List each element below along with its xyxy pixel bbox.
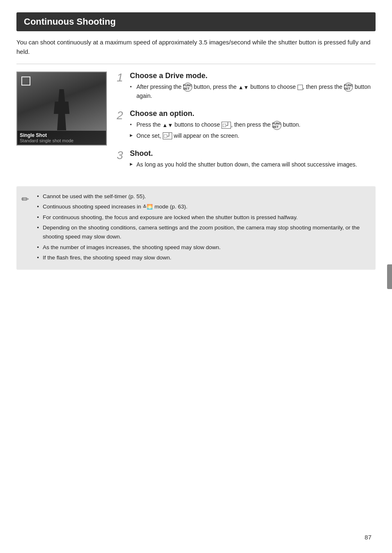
side-tab — [387, 264, 392, 289]
step-1-body: Choose a Drive mode. After pressing the … — [130, 72, 376, 102]
step-2-number: 2 — [117, 109, 127, 122]
note-item-5: As the number of images increases, the s… — [37, 243, 370, 252]
step-2-title: Choose an option. — [130, 109, 376, 118]
step-1-bullets: After pressing the FUNCSET button, press… — [130, 83, 376, 100]
cont-shooting-icon-1: □┘ — [221, 122, 231, 129]
note-box: ✏ Cannot be used with the self-timer (p.… — [16, 186, 376, 270]
func-set-icon-3: FUNCSET — [272, 121, 281, 130]
step-3-title: Shoot. — [130, 149, 376, 158]
note-item-4: Depending on the shooting conditions, ca… — [37, 223, 370, 241]
func-set-icon-1: FUNCSET — [183, 83, 192, 92]
divider — [16, 64, 376, 64]
person-silhouette — [51, 89, 73, 130]
step-3-body: Shoot. As long as you hold the shutter b… — [130, 149, 376, 171]
intro-text: You can shoot continuously at a maximum … — [16, 38, 376, 56]
sport-mode-icon: ≛🌅 — [143, 204, 153, 210]
step-1-bullet-1: After pressing the FUNCSET button, press… — [130, 83, 376, 100]
step-2-body: Choose an option. Press the ▲▼ buttons t… — [130, 109, 376, 141]
note-pencil-icon: ✏ — [21, 192, 29, 206]
step-3: 3 Shoot. As long as you hold the shutter… — [117, 149, 376, 171]
step-2-bullet-1: Press the ▲▼ buttons to choose □┘, then … — [130, 120, 376, 130]
page-title: Continuous Shooting — [16, 12, 376, 31]
step-1: 1 Choose a Drive mode. After pressing th… — [117, 72, 376, 102]
camera-label-subtitle: Standard single shot mode — [20, 138, 104, 143]
note-item-2: Continuous shooting speed increases in ≛… — [37, 202, 370, 211]
step-2-bullet-2: Once set, □┘ will appear on the screen. — [130, 132, 376, 140]
note-item-1: Cannot be used with the self-timer (p. 5… — [37, 192, 370, 201]
steps-content: 1 Choose a Drive mode. After pressing th… — [117, 72, 376, 178]
camera-label-area: Single Shot Standard single shot mode — [17, 131, 106, 145]
step-3-bullets: As long as you hold the shutter button d… — [130, 160, 376, 169]
note-item-3: For continuous shooting, the focus and e… — [37, 213, 370, 222]
page-number: 87 — [364, 534, 371, 541]
step-3-number: 3 — [117, 149, 127, 162]
nav-arrows-2: ▲▼ — [162, 122, 173, 128]
func-set-icon-2: FUNCSET — [344, 83, 353, 92]
step-2-bullets: Press the ▲▼ buttons to choose □┘, then … — [130, 120, 376, 140]
nav-arrows-1: ▲▼ — [238, 84, 249, 90]
single-shot-icon — [297, 85, 303, 90]
step-2: 2 Choose an option. Press the ▲▼ buttons… — [117, 109, 376, 141]
note-item-6: If the flash fires, the shooting speed m… — [37, 253, 370, 262]
step-1-number: 1 — [117, 72, 127, 84]
step-1-title: Choose a Drive mode. — [130, 72, 376, 80]
camera-label-title: Single Shot — [20, 132, 104, 138]
camera-image: Single Shot Standard single shot mode — [16, 72, 107, 146]
cont-shooting-icon-2: □┘ — [163, 132, 172, 139]
camera-overlay-box — [21, 76, 30, 86]
step-3-bullet-1: As long as you hold the shutter button d… — [130, 160, 376, 169]
steps-area: Single Shot Standard single shot mode 1 … — [16, 72, 376, 178]
note-list: Cannot be used with the self-timer (p. 5… — [37, 192, 370, 262]
